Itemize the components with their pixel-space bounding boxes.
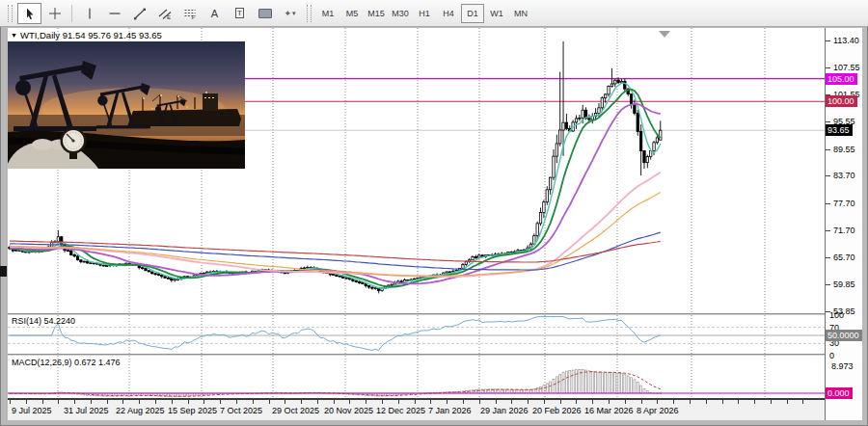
rsi-tick-label: 100 [829, 310, 844, 320]
timeframe-h4-button[interactable]: H4 [437, 4, 460, 23]
price-chart-pane[interactable] [8, 28, 825, 313]
fibonacci-tool-button[interactable]: F [177, 3, 202, 24]
date-label: 29 Jan 2026 [480, 406, 529, 415]
arrows-tool-button[interactable]: ✦▾ [278, 3, 302, 24]
fibonacci-icon: F [183, 7, 197, 20]
timeframe-m30-button[interactable]: M30 [389, 4, 412, 23]
macd-title: MACD(12,26,9) 0.672 1.476 [12, 358, 121, 367]
date-label: 20 Feb 2026 [532, 406, 582, 415]
date-tick [447, 400, 448, 404]
date-tick [657, 400, 658, 404]
date-tick [560, 400, 561, 404]
rsi-title: RSI(14) 54.2240 [12, 316, 75, 326]
timeframe-mn-button[interactable]: MN [509, 4, 532, 23]
price-tick-label: 83.70 [833, 171, 855, 180]
toolbar-grip[interactable] [8, 5, 13, 22]
price-tick-mark [826, 121, 830, 122]
date-tick [155, 400, 156, 404]
date-tick [334, 400, 335, 404]
horizontal-line-tool-button[interactable] [102, 3, 126, 24]
timeframe-h1-button[interactable]: H1 [413, 4, 436, 23]
rsi-indicator-pane[interactable] [8, 315, 825, 354]
date-label: 29 Oct 2025 [272, 406, 319, 415]
price-tick-label: 71.70 [833, 226, 855, 235]
oil-photo-illustration [8, 41, 245, 169]
chart-menu-icon[interactable]: ▼ [11, 32, 17, 39]
equidistant-channel-icon: E [158, 7, 172, 20]
date-label: 9 Jul 2025 [12, 406, 52, 415]
date-tick [139, 400, 140, 404]
date-tick [496, 400, 497, 404]
chevron-down-icon: ▾ [292, 10, 296, 17]
date-tick [625, 400, 626, 404]
price-tick-mark [826, 40, 830, 41]
date-tick [771, 400, 772, 404]
date-tick [802, 400, 803, 404]
svg-text:E: E [167, 14, 171, 20]
oil-industry-photo [8, 41, 245, 169]
date-tick [382, 400, 383, 404]
toolbar-separator [71, 5, 72, 22]
price-tick-label: 89.55 [833, 145, 855, 154]
trading-platform-window: E F A T ✦▾ M1 M5 M15 M30 H1 H4 D1 W1 MN … [0, 0, 868, 426]
date-tick [787, 400, 788, 404]
trendline-icon [133, 7, 147, 20]
equidistant-channel-tool-button[interactable]: E [152, 3, 176, 24]
date-tick [609, 400, 610, 404]
date-tick [738, 400, 739, 404]
timeframe-d1-button[interactable]: D1 [461, 4, 484, 23]
label-icon: T [235, 8, 244, 18]
toolbar-grip-2[interactable] [307, 5, 312, 22]
vertical-line-icon [83, 7, 96, 20]
date-tick [463, 400, 464, 404]
text-tool-button[interactable]: A [203, 3, 227, 24]
rsi-tick-label: 0 [829, 351, 834, 360]
left-edge-mark [0, 266, 7, 277]
trendline-tool-button[interactable] [127, 3, 151, 24]
date-label: 22 Aug 2025 [116, 406, 165, 415]
rectangle-icon [258, 9, 272, 18]
price-tick-mark [826, 67, 830, 68]
macd-canvas [8, 356, 825, 398]
date-tick [285, 400, 285, 404]
timeframe-m15-button[interactable]: M15 [365, 4, 388, 23]
timeframe-m1-button[interactable]: M1 [316, 4, 339, 23]
date-tick [706, 400, 707, 404]
date-tick [366, 400, 366, 404]
date-tick [544, 400, 545, 404]
text-icon: A [211, 8, 218, 19]
date-tick [317, 400, 318, 404]
date-tick [220, 400, 221, 404]
price-tick-label: 107.55 [833, 63, 860, 72]
chart-shift-marker-icon[interactable] [659, 31, 670, 38]
date-tick [673, 400, 674, 404]
cursor-tool-button[interactable] [17, 3, 41, 24]
date-label: 20 Nov 2025 [324, 406, 373, 415]
date-tick [107, 400, 108, 404]
svg-text:F: F [191, 14, 195, 20]
rsi-50-tag: 50.0000 [826, 330, 862, 341]
date-tick [528, 400, 529, 404]
date-tick [722, 400, 723, 404]
date-tick [26, 400, 27, 404]
timeframe-m5-button[interactable]: M5 [340, 4, 364, 23]
date-label: 15 Sep 2025 [168, 406, 217, 415]
crosshair-tool-button[interactable] [42, 3, 67, 24]
rsi-canvas [8, 315, 825, 354]
date-tick [301, 400, 302, 404]
label-tool-button[interactable]: T [228, 3, 252, 24]
price-axis[interactable]: 113.40107.55101.5595.5589.5583.7077.7071… [825, 28, 862, 420]
date-axis[interactable]: 9 Jul 202531 Jul 202522 Aug 202515 Sep 2… [8, 400, 862, 420]
price-tick-label: 65.70 [833, 253, 855, 262]
date-label: 12 Dec 2025 [376, 406, 425, 415]
shapes-tool-button[interactable] [253, 3, 277, 24]
date-tick [236, 400, 237, 404]
macd-indicator-pane[interactable] [8, 356, 825, 398]
symbol-name: WTI,Daily [20, 30, 60, 40]
vertical-line-tool-button[interactable] [77, 3, 101, 24]
date-tick [430, 400, 431, 404]
date-tick [91, 400, 92, 404]
timeframe-w1-button[interactable]: W1 [485, 4, 508, 23]
date-tick [511, 400, 512, 404]
date-label: 7 Oct 2025 [220, 406, 262, 415]
